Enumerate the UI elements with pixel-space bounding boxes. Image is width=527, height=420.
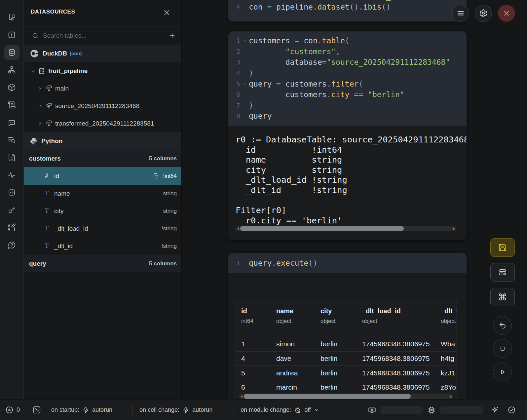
table-item-query[interactable]: query 5 columns: [24, 255, 181, 272]
undo-button[interactable]: [493, 316, 512, 335]
code-line[interactable]: 1customers = con.table(: [228, 35, 467, 46]
scroll-left-arrow[interactable]: ◂: [239, 394, 244, 399]
chevron-down-icon: [30, 68, 36, 74]
command-palette-button[interactable]: ⌘: [490, 288, 515, 306]
code-editor[interactable]: 1customers = con.table(2 "customers",3 d…: [228, 31, 467, 126]
logs-icon-button[interactable]: [4, 97, 19, 112]
close-panel-button[interactable]: [162, 8, 171, 17]
zap-icon: [182, 406, 189, 413]
expression-output: r0 := DatabaseTable: source_202504291112…: [228, 126, 467, 225]
column-item-name[interactable]: Tnamestring: [24, 185, 181, 202]
cell-menu-button[interactable]: [452, 5, 469, 22]
scroll-right-arrow[interactable]: ▸: [452, 226, 457, 231]
secrets-icon-button[interactable]: [4, 202, 19, 217]
datasources-icon-button[interactable]: [4, 45, 19, 60]
table-name: customers: [29, 155, 61, 162]
on-module-change-toggle[interactable]: on module change: off: [241, 400, 319, 420]
column-item-city[interactable]: Tcitystring: [24, 202, 181, 220]
result-cell: 1745968348.3806975: [362, 369, 441, 377]
column-item-_dlt_load_id[interactable]: T_dlt_load_id!string: [24, 220, 181, 237]
result-column-header[interactable]: idint64: [241, 307, 276, 337]
chat-icon-button[interactable]: [4, 115, 19, 130]
fold-chevron-icon[interactable]: [240, 39, 249, 43]
search-input[interactable]: [43, 29, 159, 42]
scrollbar-thumb[interactable]: [240, 226, 404, 231]
column-item-_dlt_id[interactable]: T_dlt_id!string: [24, 237, 181, 255]
scroll-right-arrow[interactable]: ▸: [448, 394, 453, 399]
packages-icon-button[interactable]: [4, 80, 19, 95]
tree-item-schema[interactable]: source_202504291112283468: [24, 97, 181, 115]
horizontal-scrollbar[interactable]: ◂▸: [236, 226, 457, 231]
file-tree-icon-button[interactable]: [4, 10, 19, 25]
tree-item-database[interactable]: fruit_pipeline: [24, 62, 181, 80]
tracing-icon-button[interactable]: [4, 167, 19, 182]
result-column-header[interactable]: cityobject: [320, 307, 362, 337]
result-row[interactable]: 5andreaberlin1745968348.3806975kzJ1: [236, 365, 457, 380]
terminal-button[interactable]: [32, 400, 41, 420]
dependencies-icon-button[interactable]: [4, 62, 19, 77]
code-line[interactable]: 2 "customers",: [228, 46, 467, 57]
code-line[interactable]: 7): [228, 100, 467, 111]
save-floppy-icon: [498, 243, 507, 252]
sparkles-icon: [491, 406, 499, 414]
connection-status-button[interactable]: [508, 400, 516, 420]
scroll-left-arrow[interactable]: ◂: [236, 226, 241, 231]
line-number: 1: [228, 259, 240, 267]
table-item-customers[interactable]: customers 5 columns: [24, 150, 181, 167]
code-editor[interactable]: 3pipeline = dlt.pipeline("fruit_pipeline…: [228, 0, 467, 12]
search-list-icon-button[interactable]: [4, 132, 19, 147]
scrollbar-thumb[interactable]: [244, 394, 411, 399]
schema-name: transformed_202504291112283581: [55, 120, 154, 127]
code-line[interactable]: 3 database="source_202504291112283468": [228, 57, 467, 68]
run-button[interactable]: [493, 363, 512, 381]
save-button[interactable]: [490, 238, 515, 257]
result-cell: marcin: [276, 383, 320, 391]
snippets-icon-button[interactable]: [4, 185, 19, 200]
fold-chevron-icon[interactable]: [240, 82, 249, 86]
result-column-header[interactable]: _dlt_load_idobject: [362, 307, 441, 337]
code-line[interactable]: 1query.execute(): [228, 258, 467, 269]
code-line[interactable]: 8query: [228, 111, 467, 122]
settings-button[interactable]: [475, 5, 492, 22]
horizontal-scrollbar[interactable]: ◂▸: [239, 394, 453, 399]
code-line[interactable]: 6 customers.city == "berlin": [228, 89, 467, 100]
stop-button[interactable]: [493, 339, 512, 358]
result-cell: Wba: [441, 340, 457, 348]
add-datasource-button[interactable]: [167, 31, 177, 41]
ram-meter: [380, 406, 423, 414]
on-startup-toggle[interactable]: on startup: autorun: [51, 400, 112, 420]
result-row[interactable]: 6marcinberlin1745968348.3806975z8Yo: [236, 380, 457, 395]
scratchpad-icon-button[interactable]: [4, 220, 19, 235]
functions-icon-button[interactable]: f: [4, 27, 19, 42]
tree-item-schema[interactable]: transformed_202504291112283581: [24, 115, 181, 132]
result-column-header[interactable]: nameobject: [276, 307, 320, 337]
code-line[interactable]: 3pipeline = dlt.pipeline("fruit_pipeline…: [228, 0, 467, 2]
layout-toggle-button[interactable]: [490, 263, 515, 282]
file-tree-icon: [8, 13, 16, 21]
code-line[interactable]: 5query = customers.filter(: [228, 78, 467, 89]
play-icon: [499, 368, 507, 376]
code-editor[interactable]: 1query.execute(): [228, 253, 467, 273]
notebook-area: 3pipeline = dlt.pipeline("fruit_pipeline…: [182, 0, 527, 399]
column-item-id[interactable]: #id!int64: [24, 167, 181, 185]
error-indicator[interactable]: 0: [5, 400, 20, 420]
section-python[interactable]: Python: [24, 132, 181, 150]
connection-duckdb[interactable]: DuckDB (con): [24, 45, 181, 62]
column-type: !int64: [163, 173, 177, 179]
help-icon-button[interactable]: [4, 237, 19, 252]
code-line[interactable]: 4con = pipeline.dataset().ibis(): [228, 2, 467, 13]
on-module-change-value: off: [304, 406, 311, 413]
code-line[interactable]: 4): [228, 68, 467, 79]
shutdown-button[interactable]: [498, 5, 515, 22]
on-cell-change-toggle[interactable]: on cell change: autorun: [139, 400, 212, 420]
documentation-icon-button[interactable]: [4, 150, 19, 165]
copy-icon[interactable]: [153, 173, 159, 179]
tree-item-schema[interactable]: main: [24, 80, 181, 97]
result-column-header[interactable]: _dlt_idobject: [441, 307, 457, 337]
result-row[interactable]: 1simonberlin1745968348.3806975Wba: [236, 337, 457, 351]
result-row[interactable]: 4daveberlin1745968348.3806975h4tg: [236, 351, 457, 366]
zap-icon: [82, 406, 89, 413]
ai-assistant-button[interactable]: [491, 400, 499, 420]
status-bar: 0 on startup: autorun on cell change: au…: [0, 399, 527, 420]
box-icon: [8, 83, 16, 92]
